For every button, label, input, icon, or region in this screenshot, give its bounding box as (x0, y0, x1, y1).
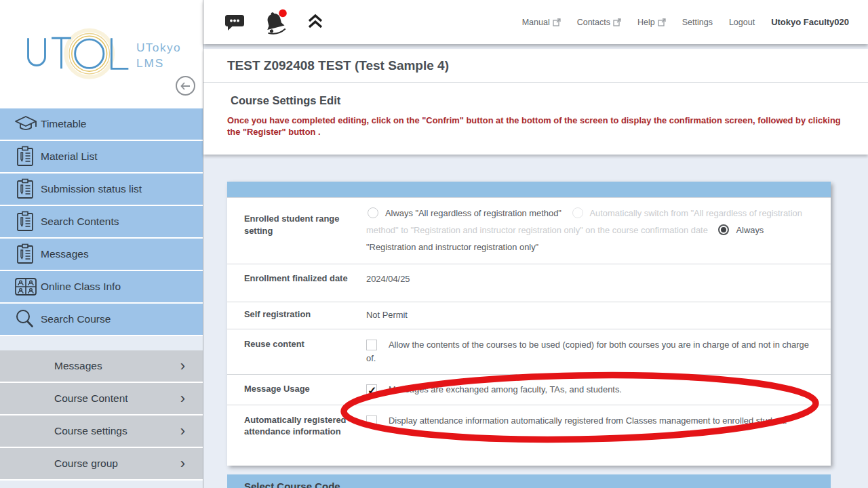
row-label: Message Usage (227, 383, 366, 397)
sidebar-item-label: Search Contents (41, 216, 119, 228)
sidebar-item-label: Submission status list (41, 183, 142, 195)
sidebar-header: UTokyo LMS (0, 0, 203, 108)
sidebar-item-label: Online Class Info (41, 281, 121, 293)
current-user: Utokyo Faculty020 (771, 17, 849, 27)
select-course-code-section: Select Course Code (227, 474, 831, 488)
page-title: Course Settings Edit (203, 83, 868, 107)
sidebar-item-course-content[interactable]: Course Content › (0, 383, 203, 415)
bell-icon (263, 9, 289, 36)
sidebar-item-submission-status-list[interactable]: Submission status list (0, 174, 203, 206)
sidebar-item-course-group[interactable]: Course group › (0, 448, 203, 481)
clipboard-icon (0, 210, 41, 233)
row-self-registration: Self registration Not Permit (227, 302, 831, 329)
sidebar-item-label: Course Content (54, 392, 128, 405)
course-title: TEST Z092408 TEST (Test Sample 4) (203, 49, 868, 83)
collapse-sidebar-button[interactable] (176, 76, 195, 96)
sidebar-item-label: Material List (41, 150, 98, 163)
topbar: Manual Contacts Help Settings Logout Uto… (203, 0, 868, 44)
section-header-title: Select Course Code (227, 474, 831, 488)
meeting-grid-icon (0, 277, 41, 297)
message-usage-value: Messages are exchanged among faculty, TA… (366, 383, 831, 397)
chevron-right-icon: › (180, 456, 185, 471)
sidebar-item-course-settings[interactable]: Course settings › (0, 415, 203, 448)
external-link-icon (553, 18, 561, 26)
sidebar-item-online-class-info[interactable]: Online Class Info (0, 271, 203, 304)
sidebar-item-label: Timetable (41, 118, 86, 130)
settings-link[interactable]: Settings (682, 18, 713, 27)
sidebar-item-label: Course group (54, 458, 118, 470)
notification-dot (279, 9, 287, 17)
enrolled-student-options: Always "All regardless of registration m… (366, 205, 831, 256)
reuse-content-checkbox[interactable] (366, 340, 377, 350)
row-reuse-content: Reuse content Allow the contents of the … (227, 329, 831, 374)
search-icon (0, 308, 41, 331)
checkbox-label: Messages are exchanged among faculty, TA… (389, 384, 622, 394)
clipboard-icon (0, 178, 41, 201)
row-message-usage: Message Usage Messages are exchanged amo… (227, 374, 831, 405)
svg-text:UTokyo: UTokyo (136, 41, 181, 54)
radio-always-registration-only[interactable] (718, 224, 729, 235)
notifications-button[interactable] (263, 9, 289, 36)
sidebar-item-label: Search Course (41, 313, 111, 325)
attendance-display-checkbox[interactable] (366, 415, 377, 426)
row-label: Reuse content (227, 338, 366, 366)
collapse-topbar-button[interactable] (307, 14, 324, 30)
sidebar-item-label: Messages (54, 360, 102, 372)
sidebar-item-messages[interactable]: Messages (0, 239, 203, 271)
double-chevron-up-icon (307, 14, 324, 30)
attendance-value: Display attendance information automatic… (366, 414, 831, 455)
row-enrollment-finalized-date: Enrollment finalized date 2024/04/25 (227, 264, 831, 302)
chat-button[interactable] (224, 12, 245, 33)
sidebar-item-timetable[interactable]: Timetable (0, 108, 203, 141)
external-link-icon (658, 18, 666, 26)
svg-text:LMS: LMS (136, 56, 164, 70)
sidebar-item-label: Course settings (54, 425, 127, 437)
sidebar: UTokyo LMS Timetable Material List Submi… (0, 0, 203, 488)
row-label: Self registration (227, 308, 366, 323)
help-link[interactable]: Help (637, 18, 666, 27)
course-settings-form: Enrolled student range setting Always "A… (227, 182, 831, 466)
form-section-header (227, 182, 831, 197)
sidebar-item-search-course[interactable]: Search Course (0, 304, 203, 336)
sidebar-item-material-list[interactable]: Material List (0, 141, 203, 174)
clipboard-icon (0, 243, 41, 266)
sidebar-item-messages-group[interactable]: Messages › (0, 350, 203, 383)
chat-icon (224, 12, 245, 33)
manual-link[interactable]: Manual (522, 18, 561, 27)
chevron-right-icon: › (180, 424, 185, 439)
message-usage-checkbox[interactable] (366, 384, 377, 395)
utol-logo: UTokyo LMS (20, 24, 183, 91)
radio-always-all-regardless[interactable] (368, 207, 378, 218)
row-enrolled-student-range: Enrolled student range setting Always "A… (227, 197, 831, 264)
chevron-right-icon: › (180, 359, 185, 373)
contacts-link[interactable]: Contacts (577, 18, 621, 27)
self-registration-value: Not Permit (366, 308, 831, 323)
sidebar-item-search-contents[interactable]: Search Contents (0, 206, 203, 239)
checkbox-label: Display attendance information automatic… (389, 415, 787, 426)
chevron-right-icon: › (180, 391, 185, 406)
logout-link[interactable]: Logout (729, 18, 755, 27)
checkbox-label: Allow the contents of the courses to be … (366, 340, 809, 364)
enrollment-finalized-date-value: 2024/04/25 (366, 272, 831, 293)
page-header-card: TEST Z092408 TEST (Test Sample 4) Course… (203, 49, 868, 155)
radio-automatic-switch[interactable] (572, 207, 583, 218)
clipboard-icon (0, 145, 41, 168)
sidebar-section-divider (0, 336, 203, 350)
left-arrow-icon (180, 82, 191, 90)
reuse-content-value: Allow the contents of the courses to be … (366, 338, 831, 366)
sidebar-item-label: Messages (41, 248, 89, 260)
edit-instructions-warning: Once you have completed editing, click o… (227, 115, 849, 138)
row-auto-registered-attendance: Automatically registered attendance info… (227, 405, 831, 466)
row-label: Automatically registered attendance info… (227, 414, 366, 455)
external-link-icon (613, 18, 621, 26)
option-label: Always "All regardless of registration m… (385, 208, 561, 218)
row-label: Enrollment finalized date (227, 272, 366, 293)
graduation-cap-icon (0, 113, 41, 135)
row-label: Enrolled student range setting (227, 205, 366, 256)
